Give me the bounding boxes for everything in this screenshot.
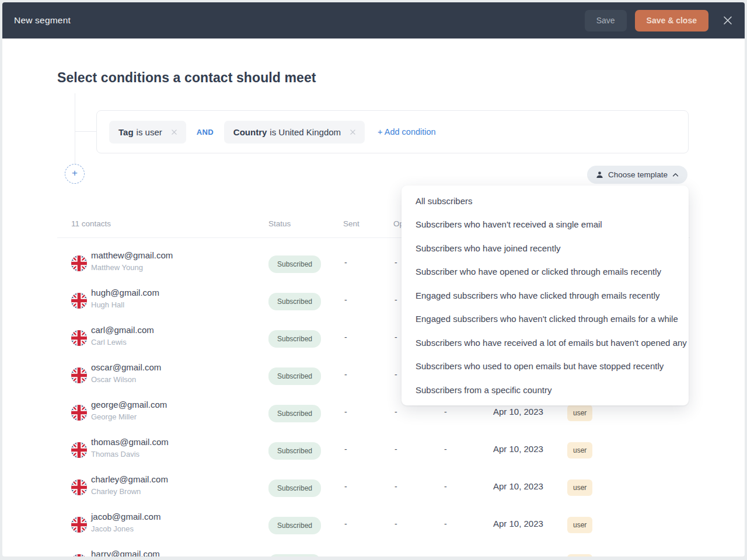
contact-name: Charley Brown: [91, 487, 141, 496]
status-badge: Subscribed: [268, 442, 321, 460]
sent-value: -: [344, 407, 347, 416]
person-icon: [596, 171, 603, 178]
status-badge: Subscribed: [268, 368, 321, 385]
uk-flag-icon: [71, 405, 87, 421]
uk-flag-icon: [71, 517, 87, 533]
status-badge: Subscribed: [268, 256, 321, 273]
tag-badge: user: [567, 405, 592, 421]
template-menu-item[interactable]: Subscribers who have joined recently: [402, 236, 689, 260]
uk-flag-icon: [71, 442, 87, 458]
sent-value: -: [344, 482, 347, 491]
contact-name: Thomas Davis: [91, 450, 139, 459]
tree-connector-horizontal: [75, 131, 97, 132]
topbar-actions: Save Save & close: [585, 10, 733, 32]
contact-email: jacob@gmail.com: [91, 512, 160, 522]
clicked-value: -: [444, 407, 447, 416]
save-close-button[interactable]: Save & close: [635, 10, 708, 32]
template-menu-item[interactable]: Engaged subscribers who haven't clicked …: [402, 307, 689, 331]
condition-value: is United Kingdom: [270, 127, 341, 137]
add-condition-link[interactable]: + Add condition: [378, 127, 436, 136]
status-badge: Subscribed: [268, 480, 321, 497]
contacts-count: 11 contacts: [71, 219, 111, 228]
opened-value: -: [395, 370, 397, 379]
contact-email: hugh@gmail.com: [91, 288, 159, 298]
contact-name: Oscar Wilson: [91, 375, 136, 384]
tag-badge: user: [567, 554, 592, 556]
opened-value: -: [395, 519, 397, 528]
table-row[interactable]: jacob@gmail.com Jacob Jones Subscribed -…: [57, 506, 690, 544]
subscribed-date: Apr 10, 2023: [493, 519, 543, 528]
tag-badge: user: [567, 442, 592, 459]
template-menu-item[interactable]: Engaged subscribers who have clicked thr…: [402, 284, 689, 307]
condition-pill-country[interactable]: Country is United Kingdom: [224, 121, 365, 144]
column-header-status: Status: [268, 219, 291, 228]
uk-flag-icon: [71, 480, 87, 495]
opened-value: -: [395, 332, 397, 342]
sent-value: -: [344, 258, 347, 267]
uk-flag-icon: [71, 256, 87, 271]
remove-condition-icon[interactable]: [350, 130, 355, 135]
tag-badge: user: [567, 517, 592, 533]
condition-field: Tag: [118, 127, 134, 137]
status-badge: Subscribed: [268, 293, 321, 310]
close-icon[interactable]: [722, 15, 733, 26]
uk-flag-icon: [71, 368, 87, 383]
contact-email: charley@gmail.com: [91, 474, 168, 484]
opened-value: -: [395, 482, 397, 491]
sent-value: -: [344, 444, 347, 454]
contact-email: thomas@gmail.com: [91, 437, 169, 447]
contact-email: oscar@gmail.com: [91, 362, 161, 372]
contact-name: Matthew Young: [91, 263, 143, 272]
contact-name: Carl Lewis: [91, 338, 127, 346]
subscribed-date: Apr 10, 2023: [493, 407, 543, 416]
add-condition-group-button[interactable]: +: [65, 164, 85, 184]
contact-email: harry@gmail.com: [91, 549, 160, 556]
chevron-up-icon: [672, 173, 679, 177]
clicked-value: -: [444, 444, 447, 454]
opened-value: -: [395, 258, 397, 267]
save-button[interactable]: Save: [585, 10, 627, 32]
top-bar: New segment Save Save & close: [2, 2, 745, 38]
contact-email: carl@gmail.com: [91, 325, 154, 335]
conditions-heading: Select conditions a contact should meet: [57, 70, 316, 86]
condition-pill-tag[interactable]: Tag is user: [109, 121, 186, 144]
condition-field: Country: [233, 127, 267, 137]
opened-value: -: [395, 295, 397, 304]
template-dropdown-menu: All subscribersSubscribers who haven't r…: [402, 186, 689, 405]
opened-value: -: [395, 407, 397, 416]
table-row[interactable]: charley@gmail.com Charley Brown Subscrib…: [57, 469, 690, 506]
subscribed-date: Apr 10, 2023: [493, 444, 543, 454]
table-row[interactable]: thomas@gmail.com Thomas Davis Subscribed…: [57, 432, 690, 469]
status-badge: Subscribed: [268, 405, 321, 422]
uk-flag-icon: [71, 293, 87, 309]
template-menu-item[interactable]: Subscribers who used to open emails but …: [402, 355, 689, 379]
table-row[interactable]: harry@gmail.com Subscribed - - - Apr 10,…: [57, 544, 690, 556]
tag-badge: user: [567, 480, 592, 496]
sent-value: -: [344, 370, 347, 379]
page-title: New segment: [14, 15, 71, 26]
sent-value: -: [344, 332, 347, 342]
clicked-value: -: [444, 482, 447, 491]
remove-condition-icon[interactable]: [172, 130, 177, 135]
template-menu-item[interactable]: Subscriber who have opened or clicked th…: [402, 260, 689, 284]
choose-template-button[interactable]: Choose template: [587, 166, 687, 184]
condition-group: Tag is user AND Country is United Kingdo…: [96, 110, 689, 153]
condition-value: is user: [137, 127, 162, 137]
operator-label: AND: [197, 128, 214, 136]
uk-flag-icon: [71, 554, 87, 556]
template-menu-item[interactable]: Subscribers from a specific country: [402, 378, 689, 402]
contact-name: Hugh Hall: [91, 300, 124, 309]
template-menu-item[interactable]: Subscribers who haven't received a singl…: [402, 213, 689, 237]
tree-connector-vertical: [75, 93, 75, 166]
template-menu-item[interactable]: Subscribers who have received a lot of e…: [402, 331, 689, 355]
template-menu-item[interactable]: All subscribers: [402, 189, 689, 213]
status-badge: Subscribed: [268, 517, 321, 534]
subscribed-date: Apr 10, 2023: [493, 556, 543, 556]
choose-template-label: Choose template: [608, 170, 668, 179]
contact-name: Jacob Jones: [91, 524, 134, 533]
subscribed-date: Apr 10, 2023: [493, 481, 543, 491]
contact-name: George Miller: [91, 412, 137, 421]
uk-flag-icon: [71, 330, 87, 346]
status-badge: Subscribed: [268, 330, 321, 348]
clicked-value: -: [444, 519, 447, 528]
